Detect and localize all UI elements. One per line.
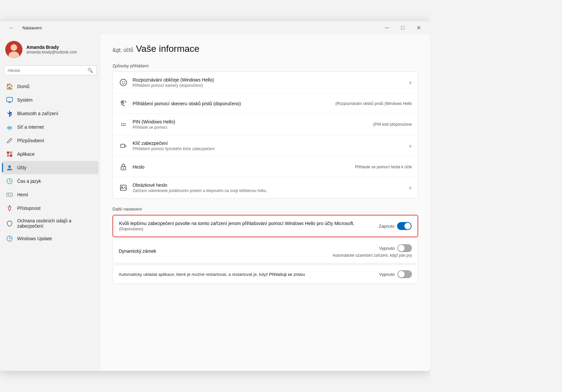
dynamic-lock-row[interactable]: Dynamický zámek Vypnuto Automatické uzam…: [112, 239, 418, 263]
signin-methods-card: Rozpoznávání obličeje (Windows Hello) Př…: [112, 72, 418, 199]
close-icon: ✕: [417, 25, 421, 31]
sidebar-item-system[interactable]: Systém: [2, 93, 99, 107]
breadcrumb: &gt; účtů: [112, 47, 133, 53]
sidebar-item-label-home: Domů: [17, 84, 29, 89]
dynamic-lock-toggle-label: Vypnuto: [379, 246, 395, 251]
close-button[interactable]: ✕: [411, 22, 426, 33]
svg-point-22: [120, 79, 127, 86]
settings-row-picture[interactable]: Obrázkové heslo Zařízení odemknete potáh…: [113, 177, 418, 198]
auto-restart-toggle[interactable]: [397, 270, 412, 278]
settings-row-password[interactable]: Heslo Přihlaste se pomocí hesla k účte: [113, 157, 418, 177]
sidebar-item-label-privacy: Ochrana osobních údajů a zabezpečení: [17, 218, 95, 229]
sidebar-item-privacy[interactable]: Ochrana osobních údajů a zabezpečení: [2, 215, 99, 232]
bluetooth-icon: [6, 110, 13, 117]
windows-hello-toggle-thumb: [404, 223, 411, 229]
picture-right: ∨: [409, 185, 412, 190]
maximize-button[interactable]: □: [395, 22, 410, 33]
pin-right: (PIN kód (doporučene: [373, 122, 412, 127]
svg-point-29: [123, 125, 124, 126]
sidebar-item-label-bluetooth: Bluetooth a zařízení: [17, 111, 58, 116]
more-section-title: Další nastavení: [112, 207, 418, 212]
windows-hello-card[interactable]: Kvůli lepšímu zabezpečení povolte na tom…: [112, 215, 418, 237]
sidebar-item-gaming[interactable]: Hemí: [2, 188, 99, 201]
sidebar-item-home[interactable]: 🏠 Domů: [2, 80, 99, 93]
nav-list: 🏠 Domů Systém Bluetooth a zařízení: [0, 79, 101, 246]
auto-restart-right: Vypnuto: [379, 270, 412, 278]
key-right: ∨: [409, 143, 412, 148]
settings-row-face[interactable]: Rozpoznávání obličeje (Windows Hello) Př…: [113, 72, 418, 93]
picture-label: Obrázkové heslo: [133, 182, 404, 188]
title-bar: ← Nastavení ─ □ ✕: [0, 21, 430, 34]
sidebar-item-bluetooth[interactable]: Bluetooth a zařízení: [2, 107, 99, 120]
user-name: Amanda Brady: [26, 45, 77, 50]
search-input[interactable]: [8, 68, 85, 73]
svg-rect-15: [7, 193, 13, 196]
dynamic-lock-label: Dynamický zámek: [119, 248, 328, 254]
svg-point-30: [125, 125, 126, 126]
svg-rect-7: [7, 151, 9, 154]
sidebar-item-label-gaming: Hemí: [17, 192, 28, 197]
window-title: Nastavení: [22, 25, 42, 30]
minimize-button[interactable]: ─: [379, 22, 394, 33]
avatar: [5, 41, 22, 58]
svg-rect-4: [8, 102, 11, 103]
sidebar-item-update[interactable]: Windows Update: [2, 232, 99, 245]
accounts-icon: [6, 164, 13, 171]
windows-hello-toggle[interactable]: [397, 222, 412, 230]
windows-hello-toggle-wrap: Zapnuto: [379, 222, 412, 230]
windows-hello-toggle-label: Zapnuto: [379, 224, 394, 229]
user-email: amanda.brady@outlook.com: [26, 50, 77, 54]
dynamic-lock-toggle-wrap: Vypnuto: [379, 244, 412, 252]
face-row-text: Rozpoznávání obličeje (Windows Hello) Př…: [133, 77, 404, 88]
page-header: &gt; účtů Vaše informace: [112, 44, 418, 54]
gaming-icon: [6, 191, 13, 198]
maximize-icon: □: [401, 25, 404, 31]
dynamic-lock-right: Vypnuto Automatické uzamčení zařízení, k…: [332, 244, 412, 258]
sidebar-item-label-time: Čas a jazyk: [17, 179, 41, 184]
page-title: Vaše informace: [136, 44, 199, 54]
sidebar-item-personalization[interactable]: Přizpůsobení: [2, 134, 99, 147]
pin-right-text: (PIN kód (doporučene: [373, 122, 412, 127]
sidebar-item-label-update: Windows Update: [17, 236, 52, 241]
sidebar-item-network[interactable]: Síť a internet: [2, 120, 99, 134]
auto-restart-toggle-thumb: [398, 271, 405, 278]
key-icon: [119, 141, 128, 150]
svg-point-33: [123, 168, 124, 169]
search-icon: 🔍: [87, 68, 93, 73]
sidebar-item-time[interactable]: Čas a jazyk: [2, 175, 99, 188]
time-icon: [6, 178, 13, 185]
svg-point-27: [125, 123, 126, 124]
sidebar-item-accessibility[interactable]: Přístupnost: [2, 202, 99, 215]
apps-icon: [6, 150, 13, 158]
picture-sublabel: Zařízení odemknete potáhnutím prstem a k…: [133, 188, 404, 193]
back-button[interactable]: ←: [4, 22, 19, 33]
user-profile[interactable]: Amanda Brady amanda.brady@outlook.com: [0, 34, 101, 63]
settings-row-key[interactable]: Klíč zabezpečení Přihlášení pomocí fyzic…: [113, 135, 418, 157]
fingerprint-right: (Rozpoznávání otisků prstů (Windows Hell…: [335, 101, 412, 106]
svg-rect-8: [10, 151, 12, 154]
sidebar-item-label-personalization: Přizpůsobení: [17, 138, 44, 143]
picture-row-text: Obrázkové heslo Zařízení odemknete potáh…: [133, 182, 404, 193]
auto-restart-button-label: Přihlašuji se znovu: [269, 272, 305, 277]
sidebar-item-apps[interactable]: Aplikace: [2, 147, 99, 161]
windows-hello-label: Kvůli lepšímu zabezpečení povolte na tom…: [119, 221, 374, 226]
settings-row-fingerprint[interactable]: Přihlášení pomocí skeneru otisků prstů (…: [113, 93, 418, 114]
search-box[interactable]: 🔍: [4, 65, 97, 75]
sidebar-item-accounts[interactable]: Účty: [2, 161, 99, 174]
face-chevron: ∨: [409, 80, 412, 85]
user-info: Amanda Brady amanda.brady@outlook.com: [26, 45, 77, 54]
sidebar-item-label-apps: Aplikace: [17, 151, 35, 157]
dynamic-lock-text: Dynamický zámek: [119, 248, 328, 254]
dynamic-lock-toggle[interactable]: [397, 244, 412, 252]
svg-point-1: [11, 44, 17, 51]
face-label: Rozpoznávání obličeje (Windows Hello): [133, 77, 404, 82]
main-content: &gt; účtů Vaše informace Způsoby přihláš…: [101, 34, 430, 371]
svg-point-24: [124, 82, 125, 82]
svg-point-19: [10, 195, 11, 196]
auto-restart-row[interactable]: Automaticky ukládat aplikace, které je m…: [112, 265, 418, 284]
auto-restart-toggle-label: Vypnuto: [379, 272, 395, 277]
svg-point-20: [9, 205, 10, 207]
settings-row-pin[interactable]: PIN (Windows Hello) Přihlaste se pomocí …: [113, 114, 418, 135]
picture-chevron: ∨: [409, 185, 412, 190]
svg-point-11: [8, 165, 11, 168]
